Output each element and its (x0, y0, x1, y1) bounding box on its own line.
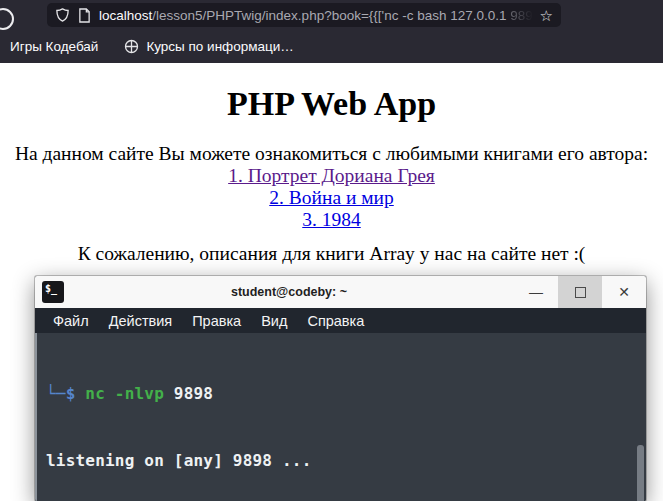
bookmark-label: Курсы по информаци… (146, 39, 293, 54)
menu-help[interactable]: Справка (297, 313, 374, 329)
bookmark-label: Игры Кодебай (10, 39, 98, 54)
menu-edit[interactable]: Правка (182, 313, 251, 329)
terminal-line: └─$ nc -nlvp 9898 (46, 383, 636, 405)
maximize-button[interactable] (558, 276, 602, 308)
book-link-2[interactable]: 2. Война и мир (0, 187, 663, 209)
terminal-menubar: Файл Действия Правка Вид Справка (35, 308, 646, 333)
window-title: student@codeby: ~ (64, 285, 514, 299)
shell-prompt: └─$ (46, 384, 85, 403)
bookmark-item-games[interactable]: Игры Кодебай (10, 39, 98, 54)
navigation-bar: localhost/lesson5/PHPTwig/index.php?book… (0, 0, 663, 30)
menu-actions[interactable]: Действия (99, 313, 183, 329)
globe-icon (124, 39, 139, 54)
menu-file[interactable]: Файл (43, 313, 99, 329)
terminal-line: listening on [any] 9898 ... (46, 450, 636, 472)
book-link-3[interactable]: 3. 1984 (0, 209, 663, 231)
address-bar[interactable]: localhost/lesson5/PHPTwig/index.php?book… (47, 3, 561, 27)
terminal-output[interactable]: └─$ nc -nlvp 9898 listening on [any] 989… (35, 333, 646, 501)
url-text[interactable]: localhost/lesson5/PHPTwig/index.php?book… (99, 8, 532, 23)
maximize-icon (575, 287, 586, 298)
terminal-titlebar[interactable]: $_ student@codeby: ~ — ✕ (35, 276, 646, 308)
book-link-1[interactable]: 1. Портрет Дориана Грея (0, 165, 663, 187)
bookmark-item-courses[interactable]: Курсы по информаци… (124, 39, 293, 54)
window-controls: — ✕ (514, 276, 646, 308)
command-text: nc -nlvp (85, 384, 164, 403)
url-tail: 989 (510, 8, 531, 23)
bookmarks-bar: Игры Кодебай Курсы по информаци… (0, 30, 663, 63)
minimize-button[interactable]: — (514, 276, 558, 308)
browser-chrome: localhost/lesson5/PHPTwig/index.php?book… (0, 0, 663, 63)
page-info-icon[interactable] (78, 8, 91, 23)
bookmark-star-icon[interactable]: ☆ (540, 8, 553, 23)
intro-text: На данном сайте Вы можете ознакомиться с… (0, 143, 663, 165)
close-button[interactable]: ✕ (602, 276, 646, 308)
missing-description-text: К сожалению, описания для книги Array у … (0, 243, 663, 265)
extension-icon[interactable] (0, 8, 14, 30)
url-host: localhost (99, 8, 152, 23)
menu-view[interactable]: Вид (251, 313, 297, 329)
shield-icon[interactable] (55, 7, 70, 23)
command-args: 9898 (164, 384, 213, 403)
terminal-app-icon: $_ (42, 281, 64, 303)
page-title: PHP Web App (0, 85, 663, 123)
terminal-window: $_ student@codeby: ~ — ✕ Файл Действия П… (35, 276, 646, 501)
url-path: /lesson5/PHPTwig/index.php?book={{['nc -… (152, 8, 510, 23)
scrollbar-thumb[interactable] (637, 445, 644, 501)
